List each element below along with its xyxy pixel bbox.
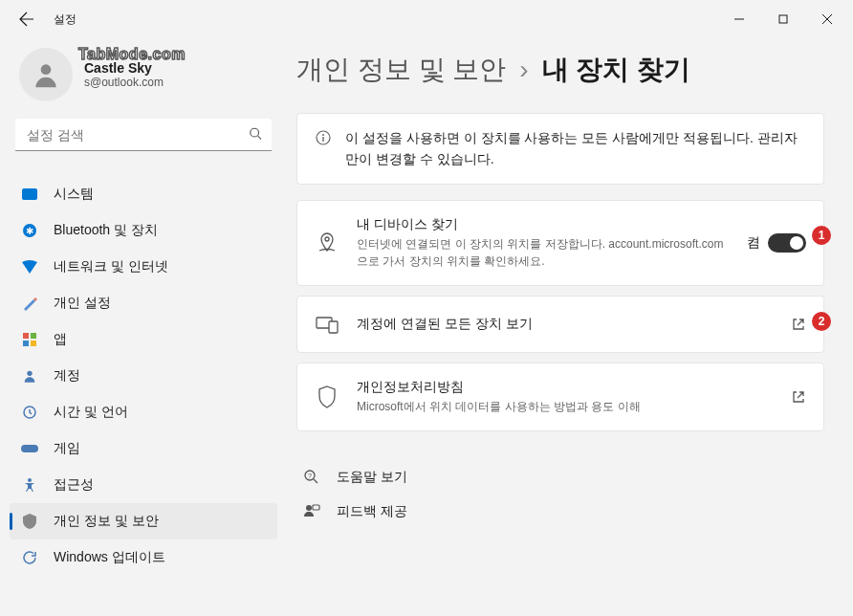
user-block[interactable]: TabMode.com Castle Sky s@outlook.com	[10, 38, 277, 119]
bluetooth-icon: ✱	[21, 222, 38, 239]
card-description: Microsoft에서 위치 데이터를 사용하는 방법과 용도 이해	[357, 398, 774, 415]
sidebar-item-label: 시간 및 언어	[54, 404, 128, 421]
external-link-icon	[791, 389, 806, 405]
card-all-devices[interactable]: 계정에 연결된 모든 장치 보기 2	[296, 296, 824, 353]
titlebar: 설정	[0, 0, 853, 38]
feedback-link[interactable]: 피드백 제공	[302, 495, 824, 529]
shield-icon	[315, 385, 339, 409]
svg-rect-21	[313, 505, 319, 510]
sidebar-item-label: Bluetooth 및 장치	[54, 222, 158, 239]
card-title: 계정에 연결된 모든 장치 보기	[357, 316, 774, 333]
annotation-badge-1: 1	[812, 226, 831, 245]
svg-point-14	[325, 237, 329, 241]
nav-list: 시스템 ✱ Bluetooth 및 장치 네트워크 및 인터넷 개인 설정 앱 …	[10, 176, 277, 606]
card-description: 인터넷에 연결되면 이 장치의 위치를 저장합니다. account.micro…	[357, 235, 730, 270]
toggle-label: 켬	[747, 234, 760, 252]
chevron-right-icon: ›	[519, 55, 528, 85]
location-icon	[315, 231, 339, 255]
update-icon	[21, 549, 38, 566]
svg-point-20	[306, 505, 312, 511]
main-content: 개인 정보 및 보안 › 내 장치 찾기 이 설정을 사용하면 이 장치를 사용…	[287, 38, 853, 616]
game-icon	[21, 440, 38, 457]
card-title: 개인정보처리방침	[357, 379, 774, 396]
breadcrumb: 개인 정보 및 보안 › 내 장치 찾기	[296, 52, 824, 88]
sidebar-item-system[interactable]: 시스템	[10, 176, 277, 212]
user-email: s@outlook.com	[84, 76, 164, 89]
sidebar-item-label: 네트워크 및 인터넷	[54, 258, 168, 275]
maximize-button[interactable]	[761, 4, 805, 34]
time-icon	[21, 404, 38, 421]
search-input[interactable]	[15, 119, 272, 151]
back-button[interactable]	[17, 10, 36, 29]
breadcrumb-parent[interactable]: 개인 정보 및 보안	[296, 52, 506, 88]
sidebar-item-label: 시스템	[54, 186, 94, 203]
help-links: ? 도움말 보기 피드백 제공	[296, 460, 824, 529]
svg-text:?: ?	[308, 473, 312, 479]
account-icon	[21, 367, 38, 385]
sidebar-item-label: 개인 설정	[54, 295, 111, 312]
sidebar-item-time[interactable]: 시간 및 언어	[10, 394, 277, 430]
svg-rect-1	[779, 15, 787, 23]
sidebar-item-bluetooth[interactable]: ✱ Bluetooth 및 장치	[10, 212, 277, 249]
close-button[interactable]	[805, 4, 849, 34]
sidebar-item-label: 계정	[54, 367, 80, 385]
svg-line-6	[258, 136, 262, 140]
help-icon: ?	[302, 468, 321, 487]
network-icon	[21, 258, 38, 275]
card-privacy-policy[interactable]: 개인정보처리방침 Microsoft에서 위치 데이터를 사용하는 방법과 용도…	[296, 363, 824, 431]
privacy-icon	[21, 513, 38, 530]
accessibility-icon	[21, 476, 38, 494]
svg-point-4	[41, 64, 52, 75]
sidebar-item-privacy[interactable]: 개인 정보 및 보안	[10, 503, 277, 539]
sidebar-item-personalize[interactable]: 개인 설정	[10, 285, 277, 321]
sidebar-item-label: 게임	[54, 440, 80, 457]
sidebar-item-accessibility[interactable]: 접근성	[10, 467, 277, 503]
sidebar: TabMode.com Castle Sky s@outlook.com 시스템…	[0, 38, 287, 616]
avatar	[19, 48, 73, 101]
sidebar-item-label: 접근성	[54, 476, 94, 494]
sidebar-item-account[interactable]: 계정	[10, 358, 277, 394]
help-link[interactable]: ? 도움말 보기	[302, 460, 824, 495]
svg-rect-13	[322, 137, 323, 142]
sidebar-item-network[interactable]: 네트워크 및 인터넷	[10, 249, 277, 285]
sidebar-item-label: 앱	[54, 331, 67, 348]
external-link-icon	[791, 317, 806, 332]
personalize-icon	[21, 295, 38, 312]
info-text: 이 설정을 사용하면 이 장치를 사용하는 모든 사람에게만 적용됩니다. 관리…	[345, 127, 806, 170]
sidebar-item-label: Windows 업데이트	[54, 549, 165, 566]
search-icon	[249, 127, 262, 143]
search-box	[15, 119, 272, 151]
sidebar-item-game[interactable]: 게임	[10, 430, 277, 467]
card-title: 내 디바이스 찾기	[357, 216, 730, 233]
feedback-icon	[302, 502, 321, 521]
sidebar-item-apps[interactable]: 앱	[10, 321, 277, 358]
svg-rect-16	[329, 321, 338, 333]
find-device-toggle[interactable]	[768, 233, 806, 253]
sidebar-item-label: 개인 정보 및 보안	[54, 513, 159, 530]
svg-line-18	[314, 479, 317, 483]
info-banner: 이 설정을 사용하면 이 장치를 사용하는 모든 사람에게만 적용됩니다. 관리…	[296, 113, 824, 185]
card-find-device[interactable]: 내 디바이스 찾기 인터넷에 연결되면 이 장치의 위치를 저장합니다. acc…	[296, 200, 824, 286]
svg-point-7	[27, 371, 32, 376]
svg-rect-9	[21, 445, 38, 452]
watermark: TabMode.com	[78, 46, 186, 63]
system-icon	[21, 186, 38, 203]
minimize-button[interactable]	[717, 4, 761, 34]
help-link-label: 도움말 보기	[337, 469, 407, 486]
annotation-badge-2: 2	[812, 312, 831, 331]
info-icon	[315, 129, 332, 146]
feedback-link-label: 피드백 제공	[337, 503, 407, 520]
svg-point-5	[251, 128, 259, 137]
page-title: 내 장치 찾기	[542, 52, 691, 88]
sidebar-item-update[interactable]: Windows 업데이트	[10, 539, 277, 576]
devices-icon	[315, 312, 339, 337]
apps-icon	[21, 331, 38, 348]
svg-point-12	[322, 134, 324, 136]
svg-point-10	[28, 478, 32, 482]
app-title: 설정	[54, 11, 77, 28]
